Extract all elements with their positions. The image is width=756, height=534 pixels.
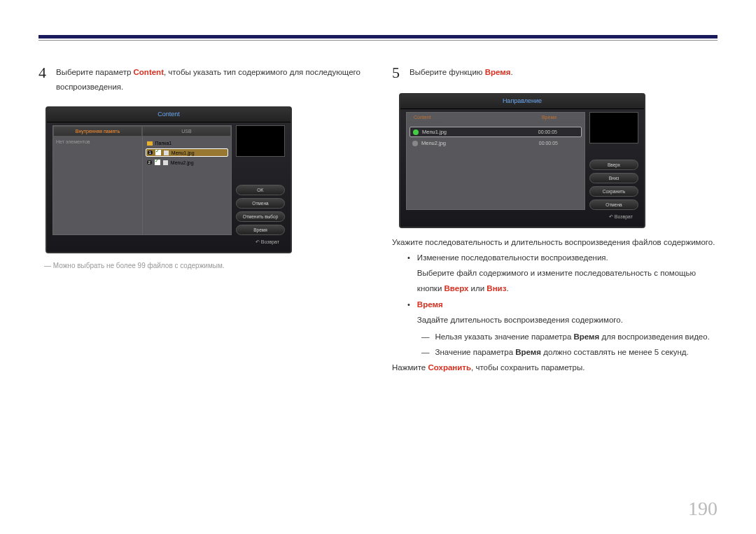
preview-box [589, 112, 638, 143]
return-label: Возврат [261, 239, 279, 244]
dir-time2: 00:00:05 [539, 141, 579, 146]
folder-row[interactable]: Папка1 [146, 139, 229, 147]
time-button[interactable]: Время [236, 225, 285, 235]
num-1: 1 [148, 150, 153, 155]
sub2: Значение параметра Время должно составля… [435, 345, 689, 360]
grey-dot-icon [412, 141, 418, 146]
sub1: Нельзя указать значение параметра Время … [435, 330, 710, 345]
note-text: ― Можно выбрать не более 99 файлов с сод… [44, 260, 364, 272]
content-list-area: Внутренняя память USB Нет элементов [52, 125, 232, 235]
cancel-button[interactable]: Отмена [589, 199, 638, 210]
return-label: Возврат [615, 214, 633, 219]
bullet-dot: • [407, 251, 410, 297]
tab-internal[interactable]: Внутренняя память [53, 126, 142, 136]
return-row[interactable]: ↶ Возврат [406, 210, 638, 221]
num-2: 2 [147, 160, 152, 164]
p2: Нажмите Сохранить, чтобы сохранить парам… [392, 360, 718, 376]
right-pane: Папка1 1 Menu1.jpg 2 [143, 136, 232, 234]
col-time: Время [535, 113, 584, 122]
header-rule [38, 35, 718, 38]
check-icon [155, 150, 161, 155]
step4-t1: Выберите параметр [56, 68, 134, 76]
direction-panel: Направление Content Время Menu1.jpg [399, 93, 645, 228]
step-number-5: 5 [392, 65, 400, 80]
tab-usb[interactable]: USB [142, 126, 231, 136]
dash-icon: ― [421, 345, 430, 360]
content-panel: Content Внутренняя память USB Нет элемен… [46, 106, 292, 253]
folder-label: Папка1 [155, 141, 172, 146]
file2-label: Menu2.jpg [171, 160, 194, 165]
header-thin-rule [38, 40, 718, 41]
down-button[interactable]: Вниз [589, 173, 638, 183]
step5-t1: Выберите функцию [410, 68, 485, 76]
col-content: Content [407, 113, 445, 122]
return-row[interactable]: ↶ Возврат [52, 235, 285, 246]
file1-label: Menu1.jpg [172, 150, 195, 155]
file-icon [163, 160, 168, 165]
right-body: Укажите последовательность и длительност… [392, 235, 718, 376]
step-5-text: Выберите функцию Время. [410, 65, 513, 80]
file-row-2[interactable]: 2 Menu2.jpg [146, 158, 229, 167]
left-pane: Нет элементов [53, 136, 143, 234]
dir-file1: Menu1.jpg [422, 129, 447, 135]
ok-button[interactable]: OK [236, 185, 285, 195]
direction-list-area: Content Время Menu1.jpg 00:00:05 [406, 112, 585, 210]
file-row-1[interactable]: 1 Menu1.jpg [146, 148, 229, 157]
right-column: 5 Выберите функцию Время. Направление Co… [392, 65, 718, 376]
folder-icon [147, 141, 153, 146]
p1: Укажите последовательность и длительност… [392, 235, 718, 251]
dir-file2: Menu2.jpg [421, 140, 446, 146]
preview-box [236, 125, 285, 157]
up-button[interactable]: Вверх [589, 160, 638, 170]
dir-row-2[interactable]: Menu2.jpg 00:00:05 [410, 139, 582, 148]
cancel-button[interactable]: Отмена [236, 198, 285, 209]
check-icon [155, 160, 160, 165]
content-panel-title: Content [47, 108, 290, 122]
direction-panel-title: Направление [400, 94, 644, 109]
step-4-text: Выберите параметр Content, чтобы указать… [56, 65, 364, 94]
bullet-dot: • [407, 297, 410, 328]
b2-text: Задайте длительность воспроизведения сод… [417, 313, 623, 328]
step5-t2: . [510, 68, 512, 76]
b1-title: Изменение последовательности воспроизвед… [417, 251, 718, 266]
left-column: 4 Выберите параметр Content, чтобы указа… [38, 65, 364, 376]
step-number-4: 4 [38, 65, 46, 80]
deselect-button[interactable]: Отменить выбор [236, 211, 285, 222]
file-icon [164, 150, 169, 155]
dir-row-1[interactable]: Menu1.jpg 00:00:05 [410, 127, 582, 137]
save-button[interactable]: Сохранить [589, 186, 638, 197]
b1-text: Выберите файл содержимого и измените пос… [417, 266, 718, 297]
no-items-label: Нет элементов [56, 139, 90, 144]
dash-icon: ― [421, 330, 430, 345]
step5-red: Время [485, 68, 511, 76]
step4-red: Content [134, 68, 164, 76]
page-number: 190 [688, 498, 718, 520]
dir-time1: 00:00:05 [538, 129, 578, 134]
b2-title: Время [417, 297, 623, 313]
green-dot-icon [413, 129, 419, 135]
